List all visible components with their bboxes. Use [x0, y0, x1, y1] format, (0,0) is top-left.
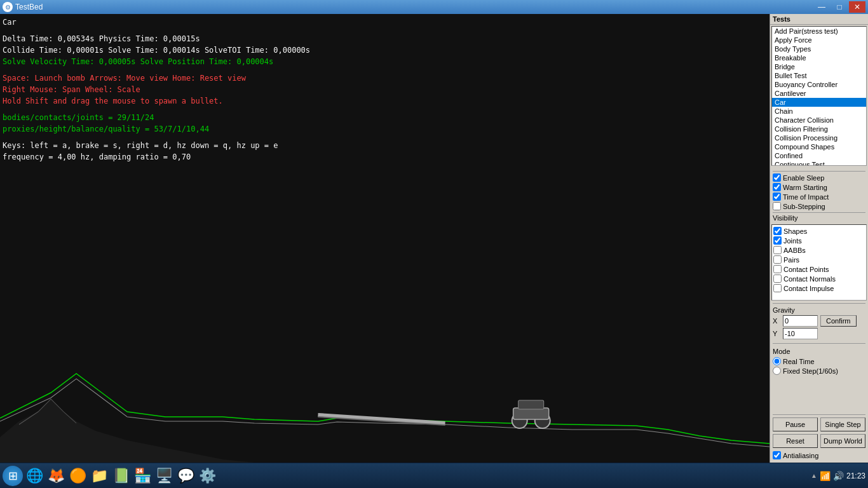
- visibility-item-label: Shapes: [783, 227, 807, 235]
- reset-button[interactable]: Reset: [773, 434, 818, 448]
- taskbar-icon-gear[interactable]: ⚙️: [197, 466, 217, 486]
- real-time-row[interactable]: Real Time: [773, 356, 865, 366]
- visibility-item-label: Joints: [783, 237, 802, 245]
- tests-list[interactable]: Add Pair(stress test)Apply ForceBody Typ…: [771, 26, 867, 166]
- visibility-item[interactable]: Contact Impulse: [773, 283, 865, 293]
- enable-sleep-row[interactable]: Enable Sleep: [773, 173, 865, 182]
- gravity-y-input[interactable]: -10: [783, 328, 818, 339]
- warm-starting-checkbox[interactable]: [773, 183, 781, 191]
- enable-sleep-checkbox[interactable]: [773, 173, 781, 182]
- mode-section: Mode Real Time Fixed Step(1/60s): [770, 345, 868, 377]
- space-help: Space: Launch bomb Arrows: Move view Hom…: [3, 72, 310, 84]
- visibility-item[interactable]: Shapes: [773, 226, 865, 236]
- start-button[interactable]: ⊞: [3, 466, 23, 486]
- test-item[interactable]: Cantilever: [772, 89, 866, 98]
- visibility-item[interactable]: Joints: [773, 236, 865, 245]
- time-of-impact-row[interactable]: Time of Impact: [773, 192, 865, 201]
- dump-world-button[interactable]: Dump World: [820, 434, 865, 448]
- maximize-button[interactable]: □: [831, 1, 848, 13]
- window-title: TestBed: [15, 3, 43, 11]
- visibility-item[interactable]: AABBs: [773, 245, 865, 255]
- collide-line: Collide Time: 0,00001s Solve Time: 0,000…: [3, 44, 310, 56]
- svg-rect-5: [519, 400, 544, 409]
- proxies-info: proxies/height/balance/quality = 53/7/1/…: [3, 123, 310, 135]
- clock: 21:23: [846, 471, 865, 480]
- visibility-checkbox[interactable]: [773, 284, 782, 292]
- pause-button[interactable]: Pause: [773, 417, 818, 431]
- buttons-row-1: Pause Single Step: [773, 417, 865, 431]
- taskbar-icon-monitor[interactable]: 🖥️: [154, 466, 174, 486]
- svg-rect-4: [513, 408, 549, 419]
- taskbar-icon-excel[interactable]: 📗: [111, 466, 131, 486]
- close-button[interactable]: ✕: [849, 1, 865, 13]
- gravity-x-input[interactable]: 0: [783, 315, 818, 327]
- visibility-checkbox[interactable]: [773, 227, 782, 235]
- buttons-row-2: Reset Dump World: [773, 434, 865, 448]
- visibility-item-label: Pairs: [783, 256, 799, 264]
- visibility-checkbox[interactable]: [773, 246, 782, 254]
- warm-starting-label: Warm Starting: [783, 184, 827, 191]
- app-icon: ⚙: [3, 2, 13, 12]
- visibility-item[interactable]: Contact Points: [773, 264, 865, 274]
- confirm-button[interactable]: Confirm: [820, 315, 857, 327]
- visibility-section-label: Visibility: [770, 213, 868, 223]
- taskbar-icon-store[interactable]: 🏪: [132, 466, 153, 486]
- time-of-impact-checkbox[interactable]: [773, 193, 781, 201]
- solve-velocity-line: Solve Velocity Time: 0,00005s Solve Posi…: [3, 56, 310, 67]
- taskbar-icon-file[interactable]: 📁: [89, 466, 109, 486]
- test-item[interactable]: Collision Filtering: [772, 125, 866, 133]
- test-item[interactable]: Continuous Test: [772, 160, 866, 166]
- bottom-buttons: Pause Single Step Reset Dump World Antia…: [770, 410, 868, 463]
- tray-icon-2: 🔊: [833, 471, 844, 481]
- visibility-checkbox[interactable]: [773, 265, 782, 273]
- taskbar-icon-chat[interactable]: 💬: [175, 466, 196, 486]
- visibility-item[interactable]: Pairs: [773, 255, 865, 264]
- antialiasing-row[interactable]: Antialiasing: [773, 451, 865, 460]
- visibility-item[interactable]: Contact Normals: [773, 274, 865, 283]
- tests-section-label: Tests: [770, 14, 868, 25]
- titlebar-controls: — □ ✕: [813, 1, 865, 13]
- taskbar: ⊞ 🌐 🦊 🟠 📁 📗 🏪 🖥️ 💬 ⚙️ ▲ 📶 🔊 21:23: [0, 463, 868, 488]
- antialiasing-label: Antialiasing: [783, 452, 818, 459]
- visibility-item-label: AABBs: [783, 247, 806, 254]
- taskbar-icon-ie[interactable]: 🌐: [24, 466, 44, 486]
- gravity-x-row: X 0: [773, 315, 818, 327]
- fixed-step-row[interactable]: Fixed Step(1/60s): [773, 366, 865, 376]
- fixed-step-label: Fixed Step(1/60s): [783, 367, 838, 375]
- sub-stepping-row[interactable]: Sub-Stepping: [773, 201, 865, 211]
- scene-canvas: [0, 259, 770, 463]
- visibility-checkbox[interactable]: [773, 255, 782, 264]
- test-item[interactable]: Character Collision: [772, 116, 866, 125]
- test-item[interactable]: Breakable: [772, 53, 866, 62]
- visibility-list[interactable]: ShapesJointsAABBsPairsContact PointsCont…: [771, 224, 867, 301]
- sub-stepping-checkbox[interactable]: [773, 202, 781, 210]
- test-item[interactable]: Buoyancy Controller: [772, 80, 866, 89]
- visibility-checkbox[interactable]: [773, 274, 782, 283]
- titlebar: ⚙ TestBed — □ ✕: [0, 0, 868, 14]
- test-item[interactable]: Bullet Test: [772, 71, 866, 80]
- visibility-item-label: Contact Impulse: [783, 285, 834, 292]
- real-time-label: Real Time: [783, 358, 815, 365]
- tray-icon-1: 📶: [820, 471, 831, 481]
- antialiasing-checkbox[interactable]: [773, 451, 781, 459]
- tray-arrow[interactable]: ▲: [811, 472, 817, 479]
- test-item[interactable]: Car: [772, 98, 866, 107]
- test-item[interactable]: Bridge: [772, 62, 866, 71]
- test-item[interactable]: Chain: [772, 107, 866, 116]
- taskbar-icon-firefox[interactable]: 🦊: [46, 466, 66, 486]
- sub-stepping-label: Sub-Stepping: [783, 203, 825, 210]
- test-item[interactable]: Apply Force: [772, 36, 866, 44]
- taskbar-icon-chrome[interactable]: 🟠: [67, 466, 88, 486]
- test-item[interactable]: Compound Shapes: [772, 142, 866, 151]
- visibility-checkbox[interactable]: [773, 236, 782, 245]
- test-item[interactable]: Add Pair(stress test): [772, 27, 866, 36]
- test-item[interactable]: Body Types: [772, 44, 866, 53]
- minimize-button[interactable]: —: [813, 1, 830, 13]
- right-panel: Tests Add Pair(stress test)Apply ForceBo…: [770, 14, 868, 463]
- fixed-step-radio[interactable]: [773, 367, 781, 375]
- warm-starting-row[interactable]: Warm Starting: [773, 182, 865, 192]
- real-time-radio[interactable]: [773, 357, 781, 365]
- test-item[interactable]: Collision Processing: [772, 133, 866, 142]
- single-step-button[interactable]: Single Step: [820, 417, 865, 431]
- test-item[interactable]: Confined: [772, 151, 866, 160]
